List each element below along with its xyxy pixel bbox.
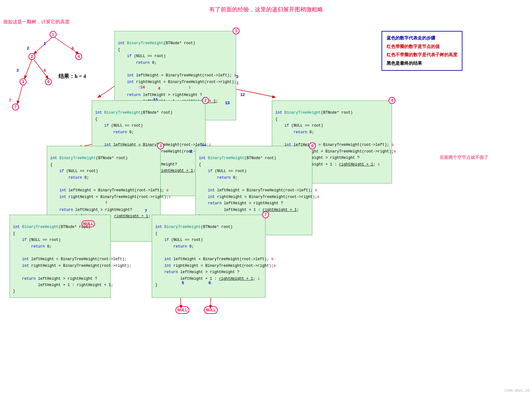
step-12-b1: 12 bbox=[240, 92, 245, 97]
svg-line-3 bbox=[34, 60, 48, 78]
step-3-tree: 3 bbox=[16, 68, 19, 73]
watermark: CSDN @kpl_20 bbox=[504, 389, 529, 392]
badge-7: 7 bbox=[264, 212, 266, 217]
val-4-tree: 4 bbox=[71, 46, 74, 51]
result-label: 结果：h = 4 bbox=[58, 73, 86, 80]
step-13-b2: 13 bbox=[225, 100, 229, 105]
svg-line-4 bbox=[17, 85, 23, 104]
tree-node-7: 7 bbox=[12, 104, 19, 111]
svg-line-1 bbox=[54, 37, 78, 54]
val-7-tree: 7 bbox=[9, 98, 11, 103]
legend-line4: 黑色是最终的结果 bbox=[387, 59, 457, 68]
badge-6: 6 bbox=[311, 143, 313, 148]
step-7-b3: 7 bbox=[145, 208, 147, 213]
svg-line-2 bbox=[25, 60, 32, 78]
step-3-b1: 3 bbox=[236, 74, 238, 79]
tree-node-4-tree: 4 bbox=[75, 53, 82, 60]
page-title: 有了前面的经验，这里的递归展开图稍微粗略 bbox=[0, 0, 532, 13]
legend-line3: 红色不带圈的数字是代表子树的高度 bbox=[387, 51, 457, 59]
subtitle: 假如这是一颗树，计算它的高度 bbox=[3, 19, 70, 25]
val-14-b1: ↑14 bbox=[138, 85, 145, 89]
code-box-5: int BinaryTreeHeight(BTNode* root) { if … bbox=[9, 215, 111, 298]
step-1-tree: 1 bbox=[44, 41, 46, 46]
null-circle-right: NULL bbox=[204, 306, 218, 314]
step-5-b7: 5 bbox=[182, 280, 184, 285]
svg-line-0 bbox=[34, 37, 52, 54]
val-6-tree: 6 bbox=[44, 68, 46, 73]
badge-4: 4 bbox=[391, 98, 393, 103]
val-4-b1: 4 bbox=[158, 86, 160, 91]
null-circle-left: NULL bbox=[175, 306, 189, 314]
legend-line2: 红色带圈的数字是节点的值 bbox=[387, 43, 457, 51]
val-1-b1: 1 bbox=[236, 81, 239, 85]
step-2-tree: 2 bbox=[27, 46, 29, 51]
badge-2: 2 bbox=[204, 98, 206, 103]
legend-line1: 蓝色的数字代表走的步骤 bbox=[387, 34, 457, 43]
null-badge-5: NULL bbox=[82, 220, 95, 227]
tree-node-6-tree: 6 bbox=[45, 78, 52, 85]
note-right: 后面两个空节点就不面了 bbox=[440, 155, 488, 160]
code-box-7: int BinaryTreeHeight(BTNode* root) { if … bbox=[152, 215, 266, 298]
legend-box: 蓝色的数字代表走的步骤 红色带圈的数字是节点的值 红色不带圈的数字是代表子树的高… bbox=[382, 31, 462, 71]
badge-1: 1 bbox=[235, 28, 237, 33]
tree-node-2: 2 bbox=[28, 53, 35, 60]
step-9-b2: 9 bbox=[190, 149, 192, 154]
step-dot-b3: . bbox=[98, 208, 99, 213]
tree-node-1: 1 bbox=[50, 31, 57, 38]
tree-node-3: 3 bbox=[20, 78, 27, 85]
badge-3: 3 bbox=[159, 143, 162, 148]
step-6-b7: 6 bbox=[209, 280, 211, 285]
